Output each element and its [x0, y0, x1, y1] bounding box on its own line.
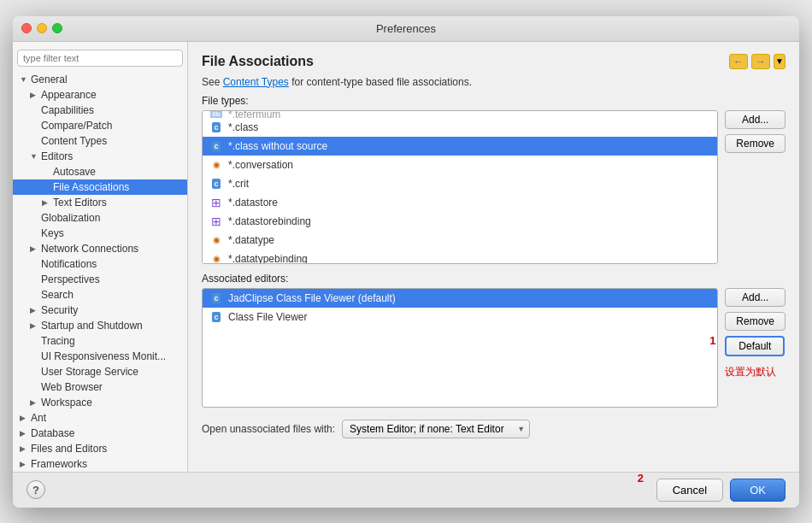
file-type-icon-datatypebinding: ◉	[209, 252, 223, 264]
associated-section: cJadClipse Class File Viewer (default)cC…	[202, 288, 786, 408]
associated-editors-list[interactable]: cJadClipse Class File Viewer (default)cC…	[202, 288, 718, 408]
sidebar-item-file-associations[interactable]: File Associations	[13, 179, 187, 195]
file-type-icon-scrolled-above: 0b	[209, 111, 223, 118]
add-file-type-button[interactable]: Add...	[725, 110, 786, 129]
sidebar-item-keys[interactable]: Keys	[13, 226, 187, 241]
editor-item-jadclipse[interactable]: cJadClipse Class File Viewer (default)	[203, 289, 717, 308]
file-types-list[interactable]: 0b*.tefermiumc*.classc*.class without so…	[202, 110, 718, 264]
window-title: Preferences	[376, 22, 436, 35]
dropdown-wrapper[interactable]: System Editor; if none: Text EditorText …	[342, 420, 530, 438]
file-type-label-datatypebinding: *.datatypebinding	[228, 253, 308, 264]
arrow-icon-database: ▶	[20, 429, 28, 438]
sidebar-item-label-tracing: Tracing	[41, 335, 75, 347]
file-type-item-conversation[interactable]: ◉*.conversation	[203, 156, 717, 174]
cancel-button[interactable]: Cancel	[656, 479, 723, 502]
editor-icon-classviewer: c	[209, 310, 223, 324]
sidebar-item-web-browser[interactable]: Web Browser	[13, 379, 187, 395]
sidebar-item-network-connections[interactable]: ▶Network Connections	[13, 241, 187, 256]
file-type-label-datatype: *.datatype	[228, 234, 274, 246]
file-type-label-class-no-source: *.class without source	[228, 140, 327, 152]
sidebar-item-label-perspectives: Perspectives	[41, 273, 100, 285]
desc-rest: for content-type based file associations…	[289, 76, 472, 88]
remove-editor-button[interactable]: Remove	[725, 312, 786, 331]
desc-text: See	[202, 76, 223, 88]
back-button[interactable]: ←	[729, 54, 748, 69]
file-type-item-crit[interactable]: c*.crit	[203, 174, 717, 193]
sidebar-item-search[interactable]: Search	[13, 287, 187, 303]
sidebar-item-security[interactable]: ▶Security	[13, 303, 187, 318]
sidebar-item-user-storage[interactable]: User Storage Service	[13, 364, 187, 379]
editor-label-classviewer: Class File Viewer	[228, 311, 307, 323]
sidebar-item-notifications[interactable]: Notifications	[13, 256, 187, 272]
content-types-link[interactable]: Content Types	[223, 76, 289, 88]
arrow-icon-workspace: ▶	[30, 398, 38, 407]
tree-container: ▼General▶AppearanceCapabilitiesCompare/P…	[13, 72, 187, 472]
file-type-item-scrolled-above[interactable]: 0b*.tefermium	[203, 111, 717, 118]
file-type-item-datatype[interactable]: ◉*.datatype	[203, 231, 717, 250]
close-button[interactable]	[21, 23, 32, 33]
sidebar-item-text-editors[interactable]: ▶Text Editors	[13, 195, 187, 210]
sidebar-item-label-web-browser: Web Browser	[41, 381, 103, 393]
title-bar: Preferences	[13, 16, 799, 42]
file-type-item-datastore[interactable]: ⊞*.datastore	[203, 193, 717, 212]
footer: ? 2 Cancel OK	[13, 472, 799, 508]
sidebar-item-frameworks[interactable]: ▶Frameworks	[13, 456, 187, 472]
file-type-item-class[interactable]: c*.class	[203, 118, 717, 137]
file-type-item-datatypebinding[interactable]: ◉*.datatypebinding	[203, 250, 717, 264]
add-editor-button[interactable]: Add...	[725, 288, 786, 307]
file-type-label-class: *.class	[228, 121, 258, 133]
sidebar-item-label-appearance: Appearance	[41, 89, 97, 101]
forward-button[interactable]: →	[751, 54, 770, 69]
sidebar-item-content-types[interactable]: Content Types	[13, 133, 187, 149]
footer-right: 2 Cancel OK	[656, 479, 786, 502]
associated-editors-label: Associated editors:	[202, 273, 786, 285]
panel-title: File Associations	[202, 54, 314, 69]
sidebar-item-label-network-connections: Network Connections	[41, 243, 138, 255]
sidebar-item-globalization[interactable]: Globalization	[13, 210, 187, 226]
file-type-label-datastorebinding: *.datastorebinding	[228, 215, 311, 227]
open-unassociated-label: Open unassociated files with:	[202, 423, 335, 435]
file-type-item-datastorebinding[interactable]: ⊞*.datastorebinding	[203, 212, 717, 231]
file-type-label-crit: *.crit	[228, 178, 249, 190]
main-panel: File Associations ← → ▼ See Content Type…	[188, 42, 799, 472]
sidebar-item-appearance[interactable]: ▶Appearance	[13, 87, 187, 103]
sidebar-item-label-autosave: Autosave	[53, 166, 96, 178]
sidebar-item-perspectives[interactable]: Perspectives	[13, 272, 187, 287]
file-type-label-scrolled-above: *.tefermium	[228, 111, 280, 118]
sidebar-item-label-globalization: Globalization	[41, 212, 100, 224]
remove-file-type-button[interactable]: Remove	[725, 134, 786, 153]
sidebar-item-editors[interactable]: ▼Editors	[13, 149, 187, 164]
help-button[interactable]: ?	[26, 480, 45, 499]
nav-dropdown-button[interactable]: ▼	[774, 54, 786, 69]
open-with-dropdown[interactable]: System Editor; if none: Text EditorText …	[342, 420, 530, 438]
minimize-button[interactable]	[37, 23, 47, 33]
file-types-buttons: Add... Remove	[725, 110, 786, 264]
arrow-icon-network-connections: ▶	[30, 244, 38, 253]
sidebar-item-workspace[interactable]: ▶Workspace	[13, 395, 187, 410]
sidebar-item-database[interactable]: ▶Database	[13, 426, 187, 441]
sidebar-item-general[interactable]: ▼General	[13, 72, 187, 87]
sidebar-item-compare-patch[interactable]: Compare/Patch	[13, 118, 187, 133]
sidebar-item-label-ant: Ant	[31, 412, 46, 424]
sidebar-item-ui-responsiveness[interactable]: UI Responsiveness Monit...	[13, 349, 187, 364]
maximize-button[interactable]	[52, 23, 62, 33]
sidebar-item-autosave[interactable]: Autosave	[13, 164, 187, 179]
sidebar-item-label-notifications: Notifications	[41, 258, 97, 270]
sidebar-item-startup-shutdown[interactable]: ▶Startup and Shutdown	[13, 318, 187, 333]
sidebar-item-capabilities[interactable]: Capabilities	[13, 103, 187, 118]
sidebar-item-tracing[interactable]: Tracing	[13, 333, 187, 349]
preferences-window: Preferences ▼General▶AppearanceCapabilit…	[13, 16, 799, 508]
sidebar-item-ant[interactable]: ▶Ant	[13, 410, 187, 426]
sidebar-item-label-file-associations: File Associations	[53, 181, 129, 193]
file-type-icon-datastorebinding: ⊞	[209, 214, 223, 228]
file-types-section: 0b*.tefermiumc*.classc*.class without so…	[202, 110, 786, 264]
ok-button[interactable]: OK	[730, 479, 786, 502]
file-type-item-class-no-source[interactable]: c*.class without source	[203, 137, 717, 156]
editor-label-jadclipse: JadClipse Class File Viewer (default)	[228, 292, 396, 304]
editor-item-classviewer[interactable]: cClass File Viewer	[203, 308, 717, 326]
file-type-icon-datatype: ◉	[209, 233, 223, 247]
file-type-icon-crit: c	[209, 177, 223, 191]
sidebar-item-label-security: Security	[41, 304, 78, 316]
sidebar-item-files-editors[interactable]: ▶Files and Editors	[13, 441, 187, 456]
filter-input[interactable]	[17, 50, 183, 67]
